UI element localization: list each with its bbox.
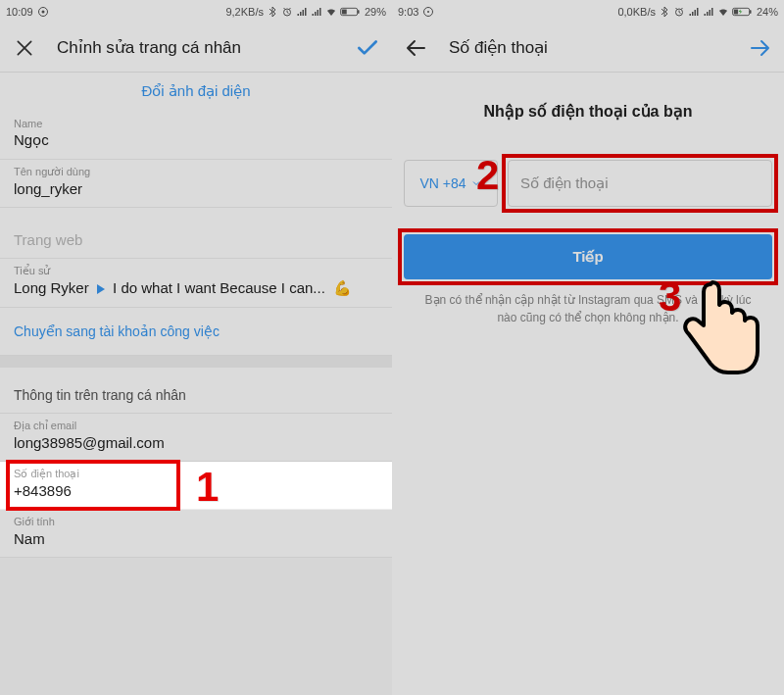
website-placeholder: Trang web bbox=[14, 231, 378, 248]
back-button[interactable] bbox=[404, 35, 429, 61]
status-net-2: 0,0KB/s bbox=[617, 6, 656, 18]
bluetooth-icon bbox=[267, 6, 278, 18]
status-app-icon-2 bbox=[422, 6, 434, 18]
signal-icon-3 bbox=[688, 6, 700, 18]
status-bar-2: 9:03 0,0KB/s 24% bbox=[392, 0, 784, 24]
username-value: long_ryker bbox=[14, 180, 378, 197]
change-avatar-link[interactable]: Đổi ảnh đại diện bbox=[0, 73, 392, 112]
status-time-2: 9:03 bbox=[398, 6, 418, 18]
bio-rest: I do what I want Because I can... bbox=[113, 279, 325, 296]
flex-emoji-icon: 💪 bbox=[333, 279, 352, 297]
signal-icon-4 bbox=[703, 6, 714, 18]
continue-label: Tiếp bbox=[572, 248, 603, 266]
username-label: Tên người dùng bbox=[14, 166, 378, 178]
gender-value: Nam bbox=[14, 530, 378, 547]
username-field[interactable]: Tên người dùng long_ryker bbox=[0, 160, 392, 208]
step-number-1: 1 bbox=[196, 464, 219, 511]
phone-body: Nhập số điện thoại của bạn VN +84 Số điệ… bbox=[392, 73, 784, 695]
svg-rect-10 bbox=[750, 10, 752, 14]
status-battery: 29% bbox=[365, 6, 386, 18]
phone-field-wrap: Số điện thoại +843896 1 bbox=[0, 462, 392, 510]
step-number-2: 2 bbox=[476, 152, 499, 199]
back-arrow-icon bbox=[405, 36, 428, 60]
bio-label: Tiểu sử bbox=[14, 265, 378, 277]
country-value: VN +84 bbox=[419, 175, 466, 191]
gender-label: Giới tính bbox=[14, 516, 378, 528]
alarm-icon bbox=[281, 6, 293, 18]
confirm-button[interactable] bbox=[355, 35, 380, 61]
signal-icon bbox=[296, 6, 308, 18]
signal-icon-2 bbox=[311, 6, 322, 18]
pointer-hand-icon bbox=[676, 274, 764, 382]
status-net: 9,2KB/s bbox=[225, 6, 264, 18]
wifi-icon bbox=[325, 6, 337, 18]
website-field[interactable]: Trang web bbox=[0, 208, 392, 259]
close-button[interactable] bbox=[12, 35, 37, 61]
switch-pro-link[interactable]: Chuyển sang tài khoản công việc bbox=[0, 308, 392, 356]
svg-rect-4 bbox=[358, 10, 360, 14]
status-app-icon bbox=[37, 6, 49, 18]
name-field[interactable]: Name Ngọc bbox=[0, 112, 392, 160]
screen-edit-profile: 10:09 9,2KB/s 29% Chỉnh sửa trang cá nhâ… bbox=[0, 0, 392, 695]
header-2: Số điện thoại bbox=[392, 24, 784, 73]
wifi-icon-2 bbox=[717, 6, 729, 18]
bluetooth-icon-2 bbox=[659, 6, 670, 18]
personal-info-header: Thông tin trên trang cá nhân bbox=[0, 368, 392, 414]
svg-rect-11 bbox=[734, 10, 738, 15]
check-icon bbox=[355, 35, 380, 61]
play-icon bbox=[97, 284, 105, 294]
svg-point-7 bbox=[427, 11, 429, 13]
instruction-text: Nhập số điện thoại của bạn bbox=[404, 102, 772, 121]
close-icon bbox=[15, 38, 34, 58]
email-value: long38985@gmail.com bbox=[14, 434, 378, 451]
header-title-2: Số điện thoại bbox=[449, 37, 747, 58]
forward-button[interactable] bbox=[747, 35, 772, 61]
phone-input[interactable]: Số điện thoại bbox=[508, 160, 772, 207]
header-title: Chỉnh sửa trang cá nhân bbox=[57, 37, 355, 58]
email-field[interactable]: Địa chỉ email long38985@gmail.com bbox=[0, 414, 392, 462]
continue-wrap: Tiếp 3 bbox=[404, 234, 772, 279]
gender-field[interactable]: Giới tính Nam bbox=[0, 510, 392, 558]
phone-input-placeholder: Số điện thoại bbox=[520, 174, 609, 192]
name-label: Name bbox=[14, 118, 378, 129]
alarm-icon-2 bbox=[673, 6, 685, 18]
battery-charging-icon bbox=[732, 6, 754, 18]
forward-arrow-icon bbox=[748, 36, 771, 60]
bio-prefix: Long Ryker bbox=[14, 279, 89, 296]
continue-button[interactable]: Tiếp bbox=[404, 234, 772, 279]
email-label: Địa chỉ email bbox=[14, 420, 378, 432]
status-time: 10:09 bbox=[6, 6, 33, 18]
bio-value: Long Ryker I do what I want Because I ca… bbox=[14, 279, 378, 297]
status-bar: 10:09 9,2KB/s 29% bbox=[0, 0, 392, 24]
phone-row: VN +84 Số điện thoại 2 bbox=[404, 160, 772, 207]
screen-phone-number: 9:03 0,0KB/s 24% Số điện thoại Nhập số đ… bbox=[392, 0, 784, 695]
phone-input-wrap: Số điện thoại 2 bbox=[508, 160, 772, 207]
name-value: Ngọc bbox=[14, 131, 378, 149]
status-battery-2: 24% bbox=[757, 6, 778, 18]
section-spacer bbox=[0, 356, 392, 368]
header: Chỉnh sửa trang cá nhân bbox=[0, 24, 392, 73]
svg-rect-5 bbox=[342, 10, 347, 15]
svg-point-1 bbox=[41, 11, 44, 14]
bio-field[interactable]: Tiểu sử Long Ryker I do what I want Beca… bbox=[0, 259, 392, 308]
battery-icon bbox=[340, 6, 362, 18]
